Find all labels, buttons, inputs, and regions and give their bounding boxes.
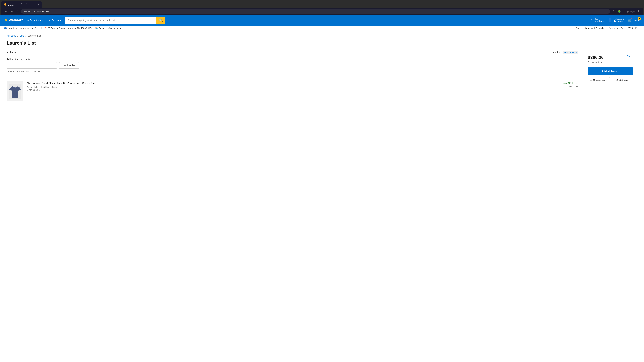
active-tab[interactable]: Lauren's List | My Lists | Walma... ×	[1, 1, 42, 8]
product-details: Nlife Women Short Sleeve Lace Up V Neck …	[27, 81, 560, 91]
delivery-icon: 🔵	[4, 27, 7, 29]
address-bar[interactable]: walmart.com/lists/favorites	[21, 9, 610, 13]
back-button[interactable]: ←	[3, 9, 8, 13]
items-count: 12 items	[7, 51, 16, 54]
breadcrumb-lists[interactable]: Lists	[20, 34, 24, 37]
add-to-list-button[interactable]: Add to list	[59, 62, 79, 69]
sort-value: Most recent	[563, 51, 575, 54]
location-bar: 🔵 How do you want your items? ▾ | 📍 20 C…	[0, 26, 644, 31]
walmart-logo[interactable]: ✳ walmart	[4, 17, 23, 23]
manage-icon: ✏	[590, 79, 592, 81]
sort-select-button[interactable]: Most recent ▼	[563, 51, 578, 54]
cart-nav[interactable]: 🛒 3 $32.91	[628, 18, 640, 22]
departments-label: Departments	[30, 19, 43, 22]
incognito-label[interactable]: Incognito (2)	[623, 9, 635, 13]
browser-actions: ☆ 🧩 Incognito (2) ⋮	[612, 9, 641, 13]
refresh-button[interactable]: ↻	[16, 9, 20, 13]
deals-nav-link[interactable]: Deals	[576, 27, 581, 29]
add-all-to-cart-button[interactable]: Add all to cart	[588, 67, 633, 75]
summary-card: $386.26 Estimated total ⬆ Share Add all …	[584, 51, 637, 87]
bookmark-button[interactable]: ☆	[612, 9, 615, 13]
tab-favicon	[4, 3, 6, 5]
breadcrumb: My items / Lists / Lauren's List	[7, 34, 637, 37]
services-nav[interactable]: ⊞ Services	[47, 19, 62, 22]
browser-tabs: Lauren's List | My Lists | Walma... × +	[1, 1, 643, 8]
settings-label: Settings	[619, 79, 628, 81]
valentines-nav-link[interactable]: Valentine's Day	[610, 27, 624, 29]
forward-button[interactable]: →	[10, 9, 14, 13]
sort-divider: |	[561, 51, 562, 54]
share-button[interactable]: ⬆ Share	[624, 55, 633, 58]
walmart-header: ✳ walmart ⊞ Departments ⊞ Services 🔍 ♡ R…	[0, 15, 644, 26]
my-items-nav[interactable]: ♡ Reorder My Items	[590, 18, 604, 23]
departments-nav[interactable]: ⊞ Departments	[26, 19, 44, 22]
heart-icon: ♡	[590, 18, 593, 22]
tab-close-button[interactable]: ×	[38, 3, 39, 5]
cart-icon-symbol: 🛒	[628, 18, 632, 22]
price-now: $11.30	[568, 81, 578, 85]
product-size: Clothing Size: L	[27, 89, 560, 91]
sort-label: Sort by	[552, 51, 560, 54]
address-display[interactable]: 📍 20 Cooper Square, New York, NY 10003, …	[44, 27, 92, 29]
product-name[interactable]: Nlife Women Short Sleeve Lace Up V Neck …	[27, 81, 560, 85]
manage-items-button[interactable]: ✏ Manage items	[588, 77, 610, 83]
content-main: 12 items Sort by | Most recent ▼ Add an …	[7, 51, 578, 105]
summary-header: $386.26 Estimated total ⬆ Share	[588, 55, 633, 67]
my-items-labels: Reorder My Items	[594, 18, 604, 23]
delivery-selector[interactable]: 🔵 How do you want your items? ▾	[4, 27, 38, 29]
settings-button[interactable]: ⚙ Settings	[611, 77, 633, 83]
menu-button[interactable]: ⋮	[636, 9, 641, 13]
cart-badge: 3	[638, 17, 641, 20]
account-nav[interactable]: 👤 Hi, Lauren D Account	[608, 18, 624, 23]
store-display[interactable]: 🏪 Secaucus Supercenter	[95, 27, 121, 29]
product-image-svg	[9, 84, 21, 99]
estimated-total-label: Estimated total	[588, 61, 604, 63]
search-button[interactable]: 🔍	[156, 17, 165, 24]
delivery-label: How do you want your items?	[8, 27, 36, 29]
estimated-total-amount: $386.26	[588, 55, 604, 60]
account-icon: 👤	[608, 18, 612, 22]
search-input[interactable]	[65, 17, 156, 24]
price-original: $17.66 ea	[563, 85, 578, 88]
share-icon: ⬆	[624, 55, 626, 58]
breadcrumb-sep-2: /	[26, 34, 26, 37]
add-item-input[interactable]	[7, 62, 57, 68]
settings-icon: ⚙	[616, 79, 618, 81]
breadcrumb-my-items[interactable]: My items	[7, 34, 16, 37]
address-pin-icon: 📍	[44, 27, 47, 29]
price-now-row: Now $11.30	[563, 81, 578, 85]
price-now-label: Now	[563, 82, 567, 85]
grocery-nav-link[interactable]: Grocery & Essentials	[585, 27, 606, 29]
share-label: Share	[627, 55, 633, 58]
reorder-label-main: My Items	[594, 20, 604, 23]
address-text: 20 Cooper Square, New York, NY 10003, US…	[48, 27, 92, 29]
delivery-chevron-icon: ▾	[38, 27, 38, 29]
total-section: $386.26 Estimated total	[588, 55, 604, 67]
logo-text: walmart	[9, 18, 23, 22]
winter-prep-nav-link[interactable]: Winter Prep	[628, 27, 640, 29]
store-icon: 🏪	[95, 27, 98, 29]
product-color: Actual Color: Blue(Short Sleeve)	[27, 86, 560, 88]
browser-chrome: Lauren's List | My Lists | Walma... × + …	[0, 0, 644, 15]
services-label: Services	[52, 19, 61, 22]
product-image[interactable]	[7, 81, 24, 101]
tab-label: Lauren's List | My Lists | Walma...	[8, 2, 36, 7]
new-tab-button[interactable]: +	[42, 3, 46, 8]
category-nav: Deals Grocery & Essentials Valentine's D…	[576, 27, 640, 29]
sort-chevron-icon: ▼	[576, 51, 578, 54]
location-divider: |	[41, 27, 42, 29]
product-price-section: Now $11.30 $17.66 ea	[563, 81, 578, 88]
search-bar: 🔍	[65, 17, 165, 24]
main-content: My items / Lists / Lauren's List Lauren'…	[0, 31, 644, 362]
page-title: Lauren's List	[7, 40, 637, 46]
extensions-button[interactable]: 🧩	[617, 9, 621, 13]
secondary-actions: ✏ Manage items ⚙ Settings	[588, 77, 633, 83]
account-label-main: Account	[614, 20, 624, 23]
search-icon: 🔍	[159, 18, 163, 22]
reorder-label-top: Reorder	[594, 18, 604, 20]
sort-control: Sort by | Most recent ▼	[552, 51, 578, 54]
store-text: Secaucus Supercenter	[99, 27, 121, 29]
list-controls: 12 items Sort by | Most recent ▼	[7, 51, 578, 54]
spark-icon: ✳	[4, 17, 8, 23]
url-text: walmart.com/lists/favorites	[24, 10, 49, 12]
